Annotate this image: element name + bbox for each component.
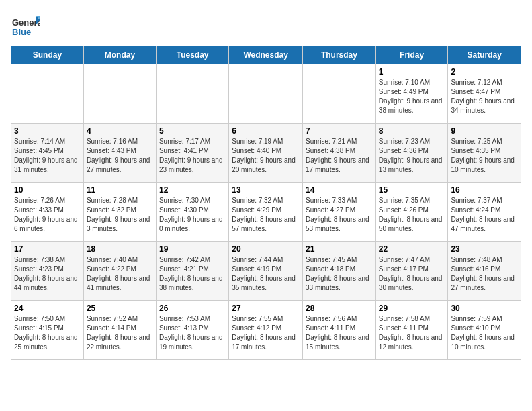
calendar-week-5: 24Sunrise: 7:50 AM Sunset: 4:15 PM Dayli… bbox=[11, 301, 521, 360]
day-info: Sunrise: 7:25 AM Sunset: 4:35 PM Dayligh… bbox=[451, 137, 518, 175]
calendar-cell: 6Sunrise: 7:19 AM Sunset: 4:40 PM Daylig… bbox=[229, 124, 303, 183]
calendar-header: SundayMondayTuesdayWednesdayThursdayFrid… bbox=[11, 46, 521, 64]
calendar-cell: 26Sunrise: 7:53 AM Sunset: 4:13 PM Dayli… bbox=[156, 301, 228, 360]
day-info: Sunrise: 7:21 AM Sunset: 4:38 PM Dayligh… bbox=[306, 137, 373, 175]
calendar-week-2: 3Sunrise: 7:14 AM Sunset: 4:45 PM Daylig… bbox=[11, 124, 521, 183]
calendar-cell: 30Sunrise: 7:59 AM Sunset: 4:10 PM Dayli… bbox=[448, 301, 521, 360]
day-number: 14 bbox=[306, 185, 373, 195]
day-number: 3 bbox=[14, 126, 81, 136]
calendar-cell: 27Sunrise: 7:55 AM Sunset: 4:12 PM Dayli… bbox=[229, 301, 303, 360]
day-info: Sunrise: 7:17 AM Sunset: 4:41 PM Dayligh… bbox=[159, 137, 226, 175]
day-info: Sunrise: 7:52 AM Sunset: 4:14 PM Dayligh… bbox=[87, 314, 153, 352]
calendar-cell bbox=[11, 64, 84, 124]
calendar-cell: 22Sunrise: 7:47 AM Sunset: 4:17 PM Dayli… bbox=[375, 242, 448, 301]
day-number: 7 bbox=[306, 126, 373, 136]
logo-icon: General Blue bbox=[11, 11, 40, 40]
day-number: 8 bbox=[379, 126, 445, 136]
day-info: Sunrise: 7:48 AM Sunset: 4:16 PM Dayligh… bbox=[451, 255, 518, 293]
day-header-tuesday: Tuesday bbox=[156, 46, 228, 64]
logo: General Blue bbox=[11, 11, 40, 40]
day-info: Sunrise: 7:12 AM Sunset: 4:47 PM Dayligh… bbox=[451, 78, 518, 116]
day-header-sunday: Sunday bbox=[11, 46, 84, 64]
day-info: Sunrise: 7:53 AM Sunset: 4:13 PM Dayligh… bbox=[159, 314, 226, 352]
day-info: Sunrise: 7:35 AM Sunset: 4:26 PM Dayligh… bbox=[379, 196, 445, 234]
day-info: Sunrise: 7:44 AM Sunset: 4:19 PM Dayligh… bbox=[232, 255, 300, 293]
day-info: Sunrise: 7:10 AM Sunset: 4:49 PM Dayligh… bbox=[379, 78, 445, 116]
day-info: Sunrise: 7:38 AM Sunset: 4:23 PM Dayligh… bbox=[14, 255, 81, 293]
day-number: 12 bbox=[159, 185, 226, 195]
day-info: Sunrise: 7:30 AM Sunset: 4:30 PM Dayligh… bbox=[159, 196, 226, 234]
calendar-cell: 9Sunrise: 7:25 AM Sunset: 4:35 PM Daylig… bbox=[448, 124, 521, 183]
calendar-cell: 11Sunrise: 7:28 AM Sunset: 4:32 PM Dayli… bbox=[83, 183, 156, 242]
calendar-cell: 20Sunrise: 7:44 AM Sunset: 4:19 PM Dayli… bbox=[229, 242, 303, 301]
calendar-cell: 23Sunrise: 7:48 AM Sunset: 4:16 PM Dayli… bbox=[448, 242, 521, 301]
day-number: 17 bbox=[14, 244, 81, 254]
day-number: 22 bbox=[379, 244, 445, 254]
day-info: Sunrise: 7:33 AM Sunset: 4:27 PM Dayligh… bbox=[306, 196, 373, 234]
calendar-cell: 19Sunrise: 7:42 AM Sunset: 4:21 PM Dayli… bbox=[156, 242, 228, 301]
day-number: 11 bbox=[87, 185, 153, 195]
day-number: 9 bbox=[451, 126, 518, 136]
day-number: 1 bbox=[379, 67, 445, 77]
day-info: Sunrise: 7:47 AM Sunset: 4:17 PM Dayligh… bbox=[379, 255, 445, 293]
day-info: Sunrise: 7:23 AM Sunset: 4:36 PM Dayligh… bbox=[379, 137, 445, 175]
calendar-cell: 3Sunrise: 7:14 AM Sunset: 4:45 PM Daylig… bbox=[11, 124, 84, 183]
calendar-cell: 4Sunrise: 7:16 AM Sunset: 4:43 PM Daylig… bbox=[83, 124, 156, 183]
calendar-week-1: 1Sunrise: 7:10 AM Sunset: 4:49 PM Daylig… bbox=[11, 64, 521, 124]
calendar-cell: 7Sunrise: 7:21 AM Sunset: 4:38 PM Daylig… bbox=[303, 124, 376, 183]
day-number: 21 bbox=[306, 244, 373, 254]
day-number: 29 bbox=[379, 304, 445, 313]
calendar-cell bbox=[229, 64, 303, 124]
day-header-saturday: Saturday bbox=[448, 46, 521, 64]
day-info: Sunrise: 7:50 AM Sunset: 4:15 PM Dayligh… bbox=[14, 314, 81, 352]
day-number: 26 bbox=[159, 304, 226, 313]
calendar-cell: 13Sunrise: 7:32 AM Sunset: 4:29 PM Dayli… bbox=[229, 183, 303, 242]
calendar-cell: 29Sunrise: 7:58 AM Sunset: 4:11 PM Dayli… bbox=[375, 301, 448, 360]
day-info: Sunrise: 7:56 AM Sunset: 4:11 PM Dayligh… bbox=[306, 314, 373, 352]
calendar-cell: 21Sunrise: 7:45 AM Sunset: 4:18 PM Dayli… bbox=[303, 242, 376, 301]
calendar-cell: 12Sunrise: 7:30 AM Sunset: 4:30 PM Dayli… bbox=[156, 183, 228, 242]
day-header-monday: Monday bbox=[83, 46, 156, 64]
day-info: Sunrise: 7:28 AM Sunset: 4:32 PM Dayligh… bbox=[87, 196, 153, 234]
day-header-wednesday: Wednesday bbox=[229, 46, 303, 64]
calendar-cell: 24Sunrise: 7:50 AM Sunset: 4:15 PM Dayli… bbox=[11, 301, 84, 360]
calendar-table: SundayMondayTuesdayWednesdayThursdayFrid… bbox=[11, 46, 521, 360]
day-number: 18 bbox=[87, 244, 153, 254]
day-number: 24 bbox=[14, 304, 81, 313]
day-number: 10 bbox=[14, 185, 81, 195]
day-number: 13 bbox=[232, 185, 300, 195]
day-info: Sunrise: 7:32 AM Sunset: 4:29 PM Dayligh… bbox=[232, 196, 300, 234]
calendar-cell: 10Sunrise: 7:26 AM Sunset: 4:33 PM Dayli… bbox=[11, 183, 84, 242]
calendar-cell: 28Sunrise: 7:56 AM Sunset: 4:11 PM Dayli… bbox=[303, 301, 376, 360]
day-number: 28 bbox=[306, 304, 373, 313]
day-number: 4 bbox=[87, 126, 153, 136]
day-info: Sunrise: 7:42 AM Sunset: 4:21 PM Dayligh… bbox=[159, 255, 226, 293]
day-info: Sunrise: 7:14 AM Sunset: 4:45 PM Dayligh… bbox=[14, 137, 81, 175]
day-number: 27 bbox=[232, 304, 300, 313]
calendar-cell bbox=[303, 64, 376, 124]
calendar-cell: 18Sunrise: 7:40 AM Sunset: 4:22 PM Dayli… bbox=[83, 242, 156, 301]
day-info: Sunrise: 7:58 AM Sunset: 4:11 PM Dayligh… bbox=[379, 314, 445, 352]
day-info: Sunrise: 7:37 AM Sunset: 4:24 PM Dayligh… bbox=[451, 196, 518, 234]
calendar-cell: 25Sunrise: 7:52 AM Sunset: 4:14 PM Dayli… bbox=[83, 301, 156, 360]
day-number: 25 bbox=[87, 304, 153, 313]
calendar-cell: 17Sunrise: 7:38 AM Sunset: 4:23 PM Dayli… bbox=[11, 242, 84, 301]
calendar-cell bbox=[156, 64, 228, 124]
calendar-cell: 5Sunrise: 7:17 AM Sunset: 4:41 PM Daylig… bbox=[156, 124, 228, 183]
day-number: 5 bbox=[159, 126, 226, 136]
day-info: Sunrise: 7:19 AM Sunset: 4:40 PM Dayligh… bbox=[232, 137, 300, 175]
calendar-week-4: 17Sunrise: 7:38 AM Sunset: 4:23 PM Dayli… bbox=[11, 242, 521, 301]
calendar-week-3: 10Sunrise: 7:26 AM Sunset: 4:33 PM Dayli… bbox=[11, 183, 521, 242]
calendar-cell: 1Sunrise: 7:10 AM Sunset: 4:49 PM Daylig… bbox=[375, 64, 448, 124]
day-number: 19 bbox=[159, 244, 226, 254]
day-number: 20 bbox=[232, 244, 300, 254]
calendar-cell bbox=[83, 64, 156, 124]
day-number: 2 bbox=[451, 67, 518, 77]
day-info: Sunrise: 7:55 AM Sunset: 4:12 PM Dayligh… bbox=[232, 314, 300, 352]
calendar-cell: 14Sunrise: 7:33 AM Sunset: 4:27 PM Dayli… bbox=[303, 183, 376, 242]
calendar-cell: 2Sunrise: 7:12 AM Sunset: 4:47 PM Daylig… bbox=[448, 64, 521, 124]
header: General Blue bbox=[11, 11, 521, 40]
day-number: 23 bbox=[451, 244, 518, 254]
day-number: 16 bbox=[451, 185, 518, 195]
day-number: 30 bbox=[451, 304, 518, 313]
